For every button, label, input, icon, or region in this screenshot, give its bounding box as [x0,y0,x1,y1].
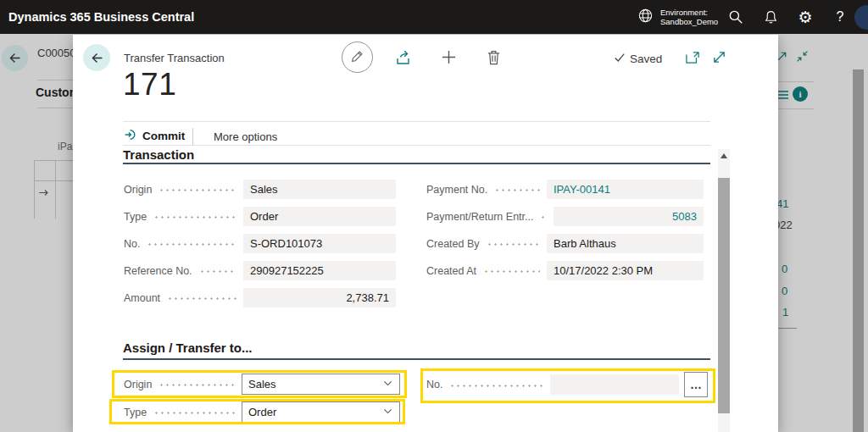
field-type: Type Order [124,207,396,226]
assign-section-heading: Assign / Transfer to... [123,341,253,355]
record-title: 171 [123,67,176,102]
transaction-section-heading: Transaction [123,147,194,162]
notifications-bell-icon[interactable] [760,0,781,34]
field-payment-no: Payment No. IPAY-00141 [426,180,704,199]
field-reference-no: Reference No. 290927152225 [124,261,396,280]
field-payment-return-entry-value[interactable]: 5083 [554,207,704,226]
back-button[interactable] [83,44,110,71]
modal-scrollbar[interactable] [718,149,730,432]
saved-label: Saved [630,53,662,65]
commit-arrow-icon [124,128,137,144]
field-no: No. S-ORD101073 [124,234,396,253]
assign-no-input[interactable] [550,374,679,395]
scrollbar-thumb[interactable] [718,178,730,413]
more-options-button[interactable]: More options [214,130,277,143]
field-payment-return-entry: Payment/Return Entr... 5083 [426,207,704,226]
app-header: Dynamics 365 Business Central Environmen… [0,0,868,34]
edit-button[interactable] [342,42,373,73]
assign-origin-row: Origin Sales [124,374,400,395]
commit-label: Commit [142,130,185,142]
pencil-icon [350,49,364,66]
field-type-value: Order [243,207,396,226]
resize-diagonal-icon[interactable] [711,49,727,68]
field-amount-value: 2,738.71 [243,288,396,307]
field-payment-no-value[interactable]: IPAY-00141 [547,180,704,199]
saved-status: Saved [614,52,662,66]
saved-check-icon [614,52,626,66]
field-created-at: Created At 10/17/2022 2:30 PM [426,261,704,280]
new-plus-icon[interactable] [441,49,457,68]
field-no-value: S-ORD101073 [243,234,396,253]
share-icon[interactable] [395,49,413,69]
app-title[interactable]: Dynamics 365 Business Central [8,0,194,34]
scrollbar-up-button[interactable] [718,149,730,162]
globe-icon [637,8,654,26]
dialog-caption: Transfer Transaction [124,52,225,64]
assign-origin-select[interactable]: Sales [242,374,400,395]
assist-edit-button[interactable]: … [684,372,708,397]
search-icon[interactable] [726,0,746,34]
chevron-down-icon [382,406,393,419]
field-created-by-value: Barb Althaus [547,234,704,253]
chevron-down-icon [382,378,393,391]
field-reference-no-value: 290927152225 [243,261,396,280]
account-avatar[interactable] [854,5,868,30]
open-in-window-icon[interactable] [685,51,700,67]
commit-button[interactable]: Commit [124,128,185,144]
field-origin: Origin Sales [124,180,396,199]
environment-label: Environment: [660,8,718,17]
delete-trash-icon[interactable] [487,49,501,68]
environment-name: Sandbox_Demo [660,17,718,26]
field-created-at-value: 10/17/2022 2:30 PM [547,261,704,280]
field-created-by: Created By Barb Althaus [426,234,704,253]
assign-type-row: Type Order [124,402,400,423]
help-icon[interactable]: ? [830,0,850,34]
settings-gear-icon[interactable]: ⚙ [795,0,815,34]
transfer-transaction-dialog: Transfer Transaction Saved 171 [73,35,778,432]
field-origin-value: Sales [243,180,396,199]
assign-no-row: No. … [426,372,708,397]
field-amount: Amount 2,738.71 [124,288,396,307]
assign-type-select[interactable]: Order [242,402,400,423]
environment-picker[interactable]: Environment: Sandbox_Demo [637,0,718,34]
